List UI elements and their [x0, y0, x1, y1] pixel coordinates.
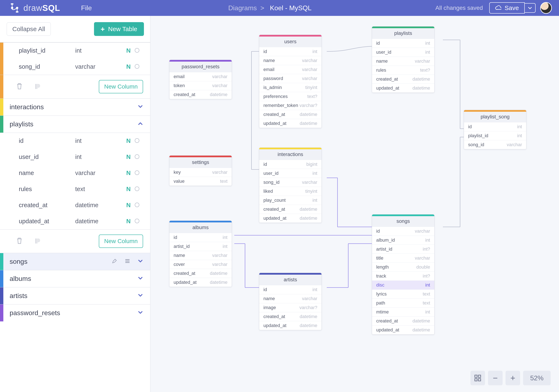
- zoom-percent[interactable]: 52%: [523, 371, 551, 385]
- erd-column[interactable]: valuetext: [169, 177, 232, 186]
- erd-column[interactable]: idint: [464, 122, 526, 131]
- erd-column[interactable]: user_idint: [259, 169, 321, 178]
- erd-column[interactable]: created_atdatetime: [372, 75, 434, 84]
- chevron-down-icon[interactable]: [138, 309, 143, 317]
- table-header-songs[interactable]: songs: [0, 253, 150, 270]
- grid-view-button[interactable]: [470, 371, 485, 385]
- new-column-button[interactable]: New Column: [99, 80, 143, 93]
- brand[interactable]: drawSQL: [0, 3, 68, 13]
- erd-column[interactable]: updated_atdatetime: [259, 214, 321, 223]
- table-header-artists[interactable]: artists: [0, 287, 150, 304]
- erd-table-users[interactable]: usersidintnamevarcharemailvarcharpasswor…: [259, 35, 322, 128]
- crumb-diagram[interactable]: Koel - MySQL: [270, 4, 311, 12]
- chevron-down-icon[interactable]: [138, 103, 143, 111]
- column-row[interactable]: song_idvarcharN: [0, 59, 150, 75]
- erd-column[interactable]: updated_atdatetime: [169, 278, 232, 287]
- trash-icon[interactable]: [16, 83, 23, 91]
- erd-column[interactable]: lyricstext: [372, 289, 434, 299]
- erd-column[interactable]: tokenvarchar: [169, 81, 232, 90]
- column-row[interactable]: namevarcharN: [0, 165, 150, 181]
- save-dropdown[interactable]: [525, 3, 536, 13]
- column-row[interactable]: playlist_idintN: [0, 43, 150, 59]
- erd-column[interactable]: idint: [372, 39, 434, 48]
- erd-column[interactable]: updated_atdatetime: [372, 325, 434, 334]
- new-column-button[interactable]: New Column: [99, 234, 143, 248]
- crumb-root[interactable]: Diagrams: [228, 4, 257, 12]
- erd-column[interactable]: artist_idint: [169, 242, 232, 251]
- trash-icon[interactable]: [16, 237, 23, 245]
- erd-column[interactable]: namevarchar: [259, 56, 321, 65]
- erd-table-artists[interactable]: artistsidintnamevarcharimagevarchar?crea…: [259, 273, 322, 330]
- erd-column[interactable]: passwordvarchar: [259, 74, 321, 83]
- column-row[interactable]: updated_atdatetimeN: [0, 213, 150, 229]
- erd-column[interactable]: titlevarchar: [372, 253, 434, 262]
- erd-table-playlists[interactable]: playlistsidintuser_idintnamevarcharrules…: [372, 26, 435, 93]
- erd-column[interactable]: created_atdatetime: [372, 316, 434, 325]
- zoom-in-button[interactable]: +: [505, 371, 520, 385]
- erd-table-settings[interactable]: settingskeyvarcharvaluetext: [169, 155, 232, 186]
- erd-column[interactable]: album_idint: [372, 236, 434, 244]
- collapse-all-button[interactable]: Collapse All: [7, 22, 51, 36]
- table-header-password_resets[interactable]: password_resets: [0, 305, 150, 321]
- erd-column[interactable]: created_atdatetime: [259, 312, 321, 321]
- erd-table-interactions[interactable]: interactionsidbigintuser_idintsong_idvar…: [259, 148, 322, 223]
- erd-table-albums[interactable]: albumsidintartist_idintnamevarcharcoverv…: [169, 221, 232, 287]
- erd-column[interactable]: play_countint: [259, 196, 321, 205]
- erd-column[interactable]: lengthdouble: [372, 262, 434, 271]
- chevron-up-icon[interactable]: [138, 120, 143, 128]
- erd-column[interactable]: updated_atdatetime: [372, 84, 434, 93]
- erd-column[interactable]: remember_tokenvarchar?: [259, 101, 321, 110]
- chevron-down-icon[interactable]: [138, 292, 143, 300]
- save-button[interactable]: Save: [489, 2, 525, 14]
- erd-column[interactable]: created_atdatetime: [259, 110, 321, 119]
- erd-column[interactable]: artist_idint?: [372, 244, 434, 253]
- erd-table-playlist_song[interactable]: playlist_songidintplaylist_idintsong_idv…: [464, 110, 526, 149]
- column-row[interactable]: user_idintN: [0, 149, 150, 165]
- erd-column[interactable]: idint: [259, 47, 321, 56]
- erd-column[interactable]: mtimeint: [372, 308, 434, 316]
- erd-column[interactable]: idint: [169, 233, 232, 242]
- erd-column[interactable]: namevarchar: [169, 251, 232, 260]
- erd-table-password_resets[interactable]: password_resetsemailvarchartokenvarcharc…: [169, 60, 232, 99]
- zoom-out-button[interactable]: −: [488, 371, 503, 385]
- erd-column[interactable]: trackint?: [372, 271, 434, 280]
- new-table-button[interactable]: +New Table: [94, 22, 144, 36]
- erd-column[interactable]: likedtinyint: [259, 187, 321, 196]
- palette-icon[interactable]: [35, 83, 42, 91]
- erd-column[interactable]: updated_atdatetime: [259, 321, 321, 330]
- erd-table-songs[interactable]: songsidvarcharalbum_idintartist_idint?ti…: [372, 214, 435, 335]
- column-row[interactable]: idintN: [0, 133, 150, 149]
- erd-column[interactable]: playlist_idint: [464, 131, 526, 140]
- erd-column[interactable]: discint: [372, 280, 434, 289]
- chevron-down-icon[interactable]: [138, 275, 143, 283]
- table-header-albums[interactable]: albums: [0, 270, 150, 287]
- erd-column[interactable]: covervarchar: [169, 260, 232, 269]
- erd-column[interactable]: imagevarchar?: [259, 303, 321, 312]
- erd-column[interactable]: preferencestext?: [259, 92, 321, 101]
- erd-column[interactable]: song_idvarchar: [464, 140, 526, 149]
- erd-column[interactable]: song_idvarchar: [259, 178, 321, 187]
- erd-column[interactable]: namevarchar: [259, 294, 321, 303]
- erd-column[interactable]: created_atdatetime: [259, 205, 321, 214]
- erd-column[interactable]: namevarchar: [372, 56, 434, 65]
- column-row[interactable]: rulestextN: [0, 181, 150, 197]
- table-header-interactions[interactable]: interactions: [0, 99, 150, 115]
- erd-column[interactable]: created_atdatetime: [169, 90, 232, 99]
- palette-icon[interactable]: [35, 237, 42, 245]
- table-header-playlists[interactable]: playlists: [0, 116, 150, 133]
- file-menu[interactable]: File: [68, 4, 104, 12]
- erd-column[interactable]: is_admintinyint: [259, 83, 321, 92]
- edit-icon[interactable]: [112, 258, 117, 265]
- erd-column[interactable]: updated_atdatetime: [259, 119, 321, 128]
- canvas[interactable]: password_resetsemailvarchartokenvarcharc…: [150, 16, 559, 392]
- column-row[interactable]: created_atdatetimeN: [0, 197, 150, 213]
- erd-column[interactable]: keyvarchar: [169, 168, 232, 177]
- erd-column[interactable]: emailvarchar: [259, 65, 321, 74]
- erd-column[interactable]: idint: [259, 285, 321, 294]
- erd-column[interactable]: rulestext?: [372, 65, 434, 75]
- erd-column[interactable]: pathtext: [372, 299, 434, 308]
- avatar[interactable]: [540, 2, 552, 14]
- erd-column[interactable]: user_idint: [372, 48, 434, 56]
- erd-column[interactable]: idvarchar: [372, 227, 434, 236]
- chevron-down-icon[interactable]: [138, 258, 143, 265]
